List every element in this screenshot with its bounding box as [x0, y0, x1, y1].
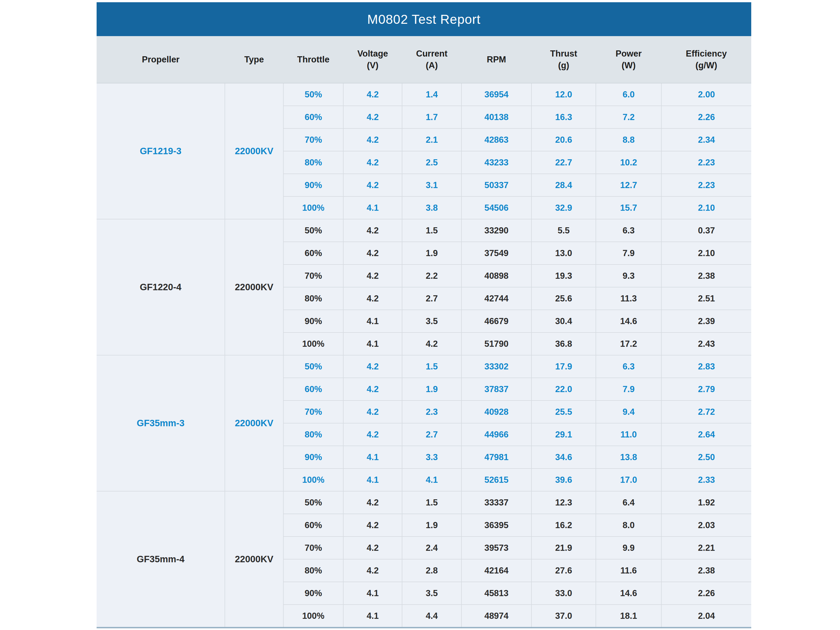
thrust-cell: 27.6: [531, 559, 596, 582]
voltage-cell: 4.2: [343, 265, 402, 287]
rpm-cell: 45813: [461, 582, 531, 605]
bottom-rule: [96, 627, 751, 628]
current-cell: 4.1: [402, 468, 461, 491]
thrust-cell: 25.6: [531, 287, 596, 310]
power-cell: 9.9: [596, 537, 662, 559]
rpm-cell: 42164: [461, 559, 531, 582]
throttle-cell: 70%: [283, 265, 343, 287]
type-cell: 22000KV: [225, 355, 283, 491]
voltage-cell: 4.2: [343, 537, 402, 559]
efficiency-cell: 2.38: [662, 559, 751, 582]
power-cell: 14.6: [596, 310, 662, 332]
throttle-cell: 50%: [283, 355, 343, 378]
voltage-cell: 4.2: [343, 83, 402, 106]
rpm-cell: 54506: [461, 197, 531, 219]
throttle-cell: 50%: [283, 491, 343, 514]
voltage-cell: 4.2: [343, 174, 402, 197]
current-cell: 4.4: [402, 605, 461, 627]
column-header-type: Type: [225, 36, 283, 83]
power-cell: 8.8: [596, 128, 662, 151]
efficiency-cell: 2.38: [662, 265, 751, 287]
efficiency-cell: 2.72: [662, 400, 751, 423]
power-cell: 9.3: [596, 265, 662, 287]
thrust-cell: 22.0: [531, 378, 596, 400]
test-report: M0802 Test Report Propeller Type: [96, 2, 751, 628]
throttle-cell: 50%: [283, 219, 343, 242]
current-cell: 4.2: [402, 332, 461, 355]
thrust-cell: 16.3: [531, 106, 596, 128]
rpm-cell: 40898: [461, 265, 531, 287]
efficiency-cell: 2.23: [662, 174, 751, 197]
rpm-cell: 47981: [461, 446, 531, 468]
column-header-current: Current (A): [402, 36, 461, 83]
power-cell: 8.0: [596, 514, 662, 537]
rpm-cell: 40138: [461, 106, 531, 128]
column-header-propeller: Propeller: [96, 36, 225, 83]
power-cell: 6.0: [596, 83, 662, 106]
thrust-cell: 36.8: [531, 332, 596, 355]
thrust-cell: 17.9: [531, 355, 596, 378]
thrust-cell: 22.7: [531, 151, 596, 174]
throttle-cell: 60%: [283, 514, 343, 537]
current-cell: 1.7: [402, 106, 461, 128]
throttle-cell: 90%: [283, 582, 343, 605]
power-cell: 7.9: [596, 378, 662, 400]
throttle-cell: 60%: [283, 242, 343, 265]
current-cell: 2.8: [402, 559, 461, 582]
efficiency-cell: 2.83: [662, 355, 751, 378]
thrust-cell: 16.2: [531, 514, 596, 537]
current-cell: 3.8: [402, 197, 461, 219]
voltage-cell: 4.2: [343, 514, 402, 537]
current-cell: 1.9: [402, 378, 461, 400]
voltage-cell: 4.1: [343, 446, 402, 468]
throttle-cell: 80%: [283, 559, 343, 582]
efficiency-cell: 2.04: [662, 605, 751, 627]
throttle-cell: 100%: [283, 197, 343, 219]
power-cell: 14.6: [596, 582, 662, 605]
thrust-cell: 28.4: [531, 174, 596, 197]
rpm-cell: 33337: [461, 491, 531, 514]
throttle-cell: 50%: [283, 83, 343, 106]
page: M0802 Test Report Propeller Type: [0, 0, 840, 630]
rpm-cell: 42744: [461, 287, 531, 310]
efficiency-cell: 2.26: [662, 106, 751, 128]
table-row: GF1219-322000KV50%4.21.43695412.06.02.00: [96, 83, 751, 106]
current-cell: 1.9: [402, 242, 461, 265]
power-cell: 7.9: [596, 242, 662, 265]
throttle-cell: 80%: [283, 423, 343, 446]
thrust-cell: 20.6: [531, 128, 596, 151]
voltage-cell: 4.2: [343, 219, 402, 242]
thrust-cell: 21.9: [531, 537, 596, 559]
propeller-cell: GF1219-3: [96, 83, 225, 219]
throttle-cell: 70%: [283, 128, 343, 151]
power-cell: 6.3: [596, 219, 662, 242]
table-body: GF1219-322000KV50%4.21.43695412.06.02.00…: [96, 83, 751, 627]
report-title-bar: M0802 Test Report: [96, 2, 751, 36]
voltage-cell: 4.2: [343, 106, 402, 128]
thrust-cell: 12.0: [531, 83, 596, 106]
efficiency-cell: 2.64: [662, 423, 751, 446]
voltage-cell: 4.1: [343, 605, 402, 627]
type-cell: 22000KV: [225, 219, 283, 355]
rpm-cell: 42863: [461, 128, 531, 151]
thrust-cell: 39.6: [531, 468, 596, 491]
throttle-cell: 90%: [283, 446, 343, 468]
rpm-cell: 50337: [461, 174, 531, 197]
voltage-cell: 4.1: [343, 197, 402, 219]
throttle-cell: 100%: [283, 468, 343, 491]
current-cell: 2.7: [402, 423, 461, 446]
rpm-cell: 36954: [461, 83, 531, 106]
rpm-cell: 40928: [461, 400, 531, 423]
rpm-cell: 48974: [461, 605, 531, 627]
rpm-cell: 39573: [461, 537, 531, 559]
voltage-cell: 4.1: [343, 310, 402, 332]
power-cell: 11.6: [596, 559, 662, 582]
efficiency-cell: 2.79: [662, 378, 751, 400]
table-header: Propeller Type Throttle Voltage (V): [96, 36, 751, 83]
efficiency-cell: 2.10: [662, 242, 751, 265]
power-cell: 17.0: [596, 468, 662, 491]
rpm-cell: 51790: [461, 332, 531, 355]
current-cell: 1.5: [402, 355, 461, 378]
current-cell: 1.5: [402, 491, 461, 514]
rpm-cell: 44966: [461, 423, 531, 446]
